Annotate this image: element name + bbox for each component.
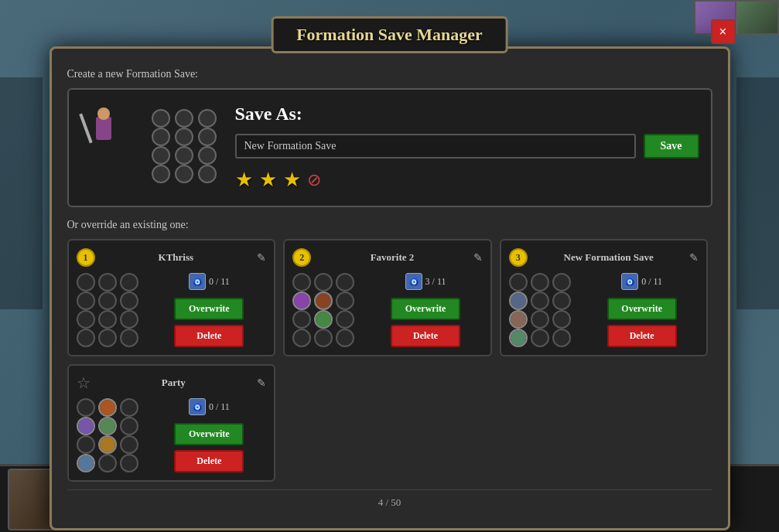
save-4-chest-info: 🧿 0 / 11 [189,398,230,415]
save-3-chest-count: 0 / 11 [641,276,662,288]
s2-slot-8 [314,310,333,329]
s4-slot-2 [98,398,117,417]
save-4-slots [77,398,146,471]
save-card-1: 1 KThriss ✎ [67,239,276,356]
s2-slot-1 [292,273,311,292]
save-4-edit-icon[interactable]: ✎ [257,377,266,390]
save-4-delete-button[interactable]: Delete [174,450,244,472]
s1-slot-5 [98,292,117,310]
modal-footer: 4 / 50 [67,489,712,513]
hero-art [80,101,150,186]
save-2-chest-count: 3 / 11 [425,276,446,288]
save-1-star-badge: 1 [77,248,95,267]
save-3-actions: 🧿 0 / 11 Overwrite Delete [585,273,699,347]
s4-slot-9 [120,435,138,454]
save-1-actions: 🧿 0 / 11 Overwrite Delete [152,273,267,347]
save-card-4-body: 🧿 0 / 11 Overwrite Delete [77,398,267,472]
star-2-icon[interactable]: ★ [259,168,277,192]
s2-slot-9 [336,310,354,329]
slot-11 [175,165,193,183]
save-1-edit-icon[interactable]: ✎ [257,251,266,264]
save-2-slots [292,273,362,346]
save-card-3-body: 🧿 0 / 11 Overwrite Delete [509,273,699,347]
s2-slot-2 [314,273,333,292]
s2-slot-4 [292,292,311,310]
save-card-1-header: 1 KThriss ✎ [77,248,267,267]
star-row: ★ ★ ★ ⊘ [235,168,699,192]
close-button[interactable]: × [711,19,736,44]
s1-slot-11 [98,329,117,347]
s3-slot-8 [531,310,549,329]
save-card-2-header: 2 Favorite 2 ✎ [292,248,483,267]
s4-slot-3 [120,398,138,417]
slot-8 [175,146,193,165]
override-section-label: Or override an existing one: [67,219,712,231]
save-3-slots-grid [509,273,579,346]
save-3-chest-icon: 🧿 [621,273,638,290]
modal-container: Formation Save Manager × Create a new Fo… [0,0,779,532]
s4-slot-8 [98,435,117,454]
save-4-overwrite-button[interactable]: Overwrite [174,423,244,445]
s4-slot-7 [77,435,95,454]
save-2-chest-icon: 🧿 [405,273,422,290]
saves-grid: 1 KThriss ✎ [67,239,712,482]
save-2-star-badge: 2 [292,248,311,267]
s4-slot-6 [120,417,138,435]
save-3-delete-button[interactable]: Delete [607,325,677,347]
s3-slot-7 [509,310,528,329]
save-3-name: New Formation Save [528,251,690,264]
s4-slot-12 [120,454,138,472]
s1-slot-10 [77,329,95,347]
save-3-overwrite-button[interactable]: Overwrite [607,298,677,320]
no-favorite-icon[interactable]: ⊘ [307,170,321,190]
save-card-2: 2 Favorite 2 ✎ [283,239,492,356]
saves-wrapper: 1 KThriss ✎ [67,239,712,482]
star-3-icon[interactable]: ★ [283,168,301,192]
save-4-chest-count: 0 / 11 [209,401,230,413]
slot-3 [198,109,217,128]
save-card-1-body: 🧿 0 / 11 Overwrite Delete [77,273,267,347]
slot-6 [198,128,217,146]
slot-4 [152,128,170,146]
save-1-chest-info: 🧿 0 / 11 [189,273,230,290]
s1-slot-6 [120,292,138,310]
save-name-input[interactable] [235,134,636,159]
s2-slot-7 [292,310,311,329]
save-card-2-body: 🧿 3 / 11 Overwrite Delete [292,273,483,347]
slot-12 [198,165,217,183]
save-4-star-icon[interactable]: ☆ [77,373,91,392]
save-1-delete-button[interactable]: Delete [174,325,244,347]
save-2-edit-icon[interactable]: ✎ [473,251,483,264]
save-3-star-badge: 3 [509,248,528,267]
pagination-text: 4 / 50 [378,496,401,508]
s1-slot-12 [120,329,138,347]
save-card-3: 3 New Formation Save ✎ [500,239,709,356]
s4-slot-11 [98,454,117,472]
weapon-icon [79,114,92,144]
save-1-overwrite-button[interactable]: Overwrite [174,298,244,320]
save-button[interactable]: Save [644,134,699,159]
s3-slot-3 [552,273,571,292]
s3-slot-4 [509,292,528,310]
save-2-slots-grid [292,273,362,346]
save-1-slots [77,273,146,346]
s2-slot-3 [336,273,354,292]
s4-slot-5 [98,417,117,435]
save-as-area: Save As: Save ★ ★ ★ ⊘ [235,104,699,192]
save-2-overwrite-button[interactable]: Overwrite [391,298,460,320]
slot-7 [152,146,170,165]
save-2-chest-info: 🧿 3 / 11 [405,273,446,290]
save-as-title: Save As: [235,104,699,124]
star-1-icon[interactable]: ★ [235,168,253,192]
s4-slot-4 [77,417,95,435]
save-4-chest-icon: 🧿 [189,398,206,415]
s1-slot-2 [98,273,117,292]
save-3-edit-icon[interactable]: ✎ [689,251,699,264]
save-2-name: Favorite 2 [311,251,473,264]
hero-head [97,107,110,120]
slots-preview [152,109,220,182]
save-4-slots-grid [77,398,146,471]
save-2-delete-button[interactable]: Delete [391,325,460,347]
s2-slot-11 [314,329,333,347]
s3-slot-1 [509,273,528,292]
